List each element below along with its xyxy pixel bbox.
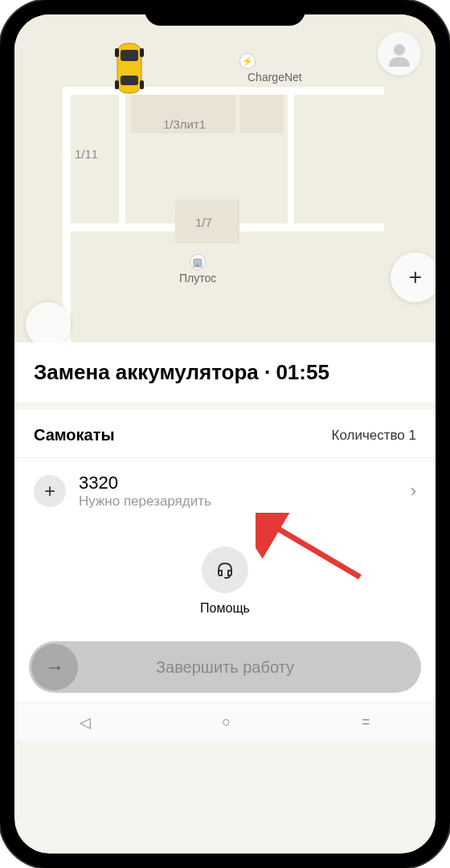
svg-rect-4 — [140, 48, 144, 57]
headset-icon — [214, 559, 236, 581]
finish-bar: Завершить работу → — [14, 630, 436, 702]
scooter-item-body: 3320 Нужно перезарядить — [79, 473, 398, 510]
phone-frame: ⚡ ChargeNet 1/3лит1 1/11 1/7 🏢 Плутос — [0, 0, 450, 868]
finish-label: Завершить работу — [29, 658, 421, 677]
map[interactable]: ⚡ ChargeNet 1/3лит1 1/11 1/7 🏢 Плутос — [14, 14, 436, 342]
map-address-2: 1/11 — [75, 147, 98, 161]
plus-icon: + — [409, 264, 422, 290]
svg-rect-2 — [121, 76, 138, 85]
task-header: Замена аккумулятора · 01:55 — [14, 342, 436, 403]
scooter-list-item[interactable]: + 3320 Нужно перезарядить › — [14, 458, 436, 524]
scooters-section-header: Самокаты Количество 1 — [14, 410, 436, 458]
finish-work-slider[interactable]: Завершить работу → — [29, 641, 421, 693]
plus-icon: + — [44, 480, 55, 502]
scooter-status: Нужно перезарядить — [79, 493, 398, 510]
svg-rect-1 — [121, 50, 138, 61]
task-title: Замена аккумулятора · 01:55 — [34, 360, 416, 385]
map-address-3: 1/7 — [195, 215, 212, 229]
section-count: Количество 1 — [332, 428, 416, 444]
svg-point-7 — [394, 44, 405, 55]
svg-rect-6 — [140, 80, 144, 89]
profile-icon — [385, 39, 414, 68]
add-scooter-button[interactable]: + — [34, 475, 66, 507]
map-poi-plutos: Плутос — [179, 272, 216, 285]
help-label: Помощь — [200, 601, 250, 616]
help-button[interactable] — [202, 547, 248, 593]
phone-notch — [145, 0, 305, 26]
map-poi-chargenet: ChargeNet — [248, 71, 302, 84]
charging-poi-icon: ⚡ — [239, 53, 256, 69]
map-address-1: 1/3лит1 — [163, 117, 206, 131]
screen: ⚡ ChargeNet 1/3лит1 1/11 1/7 🏢 Плутос — [14, 14, 436, 854]
android-nav-bar: ◁ ○ = — [14, 702, 436, 741]
help-section: Помощь — [14, 524, 436, 630]
scooter-id: 3320 — [79, 473, 398, 493]
nav-back-icon[interactable]: ◁ — [80, 714, 91, 731]
section-title: Самокаты — [34, 426, 115, 444]
chevron-right-icon: › — [411, 481, 416, 502]
zoom-in-button[interactable]: + — [391, 252, 436, 302]
svg-rect-5 — [115, 80, 119, 89]
locate-button[interactable] — [26, 302, 71, 342]
car-marker-icon — [112, 37, 146, 100]
profile-button[interactable] — [378, 32, 421, 76]
svg-rect-3 — [115, 48, 119, 57]
business-poi-icon: 🏢 — [190, 254, 206, 270]
nav-home-icon[interactable]: ○ — [222, 714, 231, 731]
nav-recent-icon[interactable]: = — [362, 714, 370, 731]
